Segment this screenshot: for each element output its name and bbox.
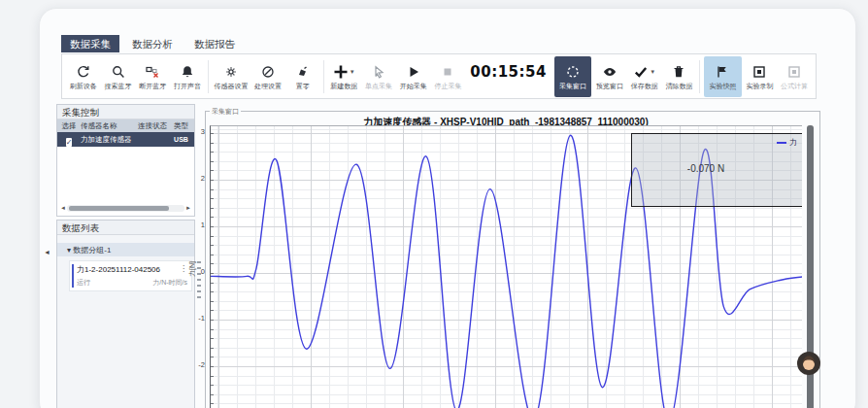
y-tick: 2 — [185, 174, 205, 183]
data-list-item[interactable]: 力1-2-20251112-042506 ⋮ 运行 力/N-时间/s — [69, 260, 192, 291]
sound-toggle-button[interactable]: 打开声音 — [171, 57, 204, 96]
zero-stamp-icon — [295, 64, 311, 80]
tab-data-report[interactable]: 数据报告 — [185, 35, 244, 52]
tab-data-collect[interactable]: 数据采集 — [61, 35, 119, 52]
dashed-circle-icon — [565, 64, 581, 80]
value-annotation: -0.070 N — [652, 163, 759, 174]
toolbar-label: 搜索蓝牙 — [105, 83, 132, 89]
collect-window-button[interactable]: 采集窗口 — [554, 56, 591, 97]
toolbar-label: 实验录制 — [746, 83, 773, 89]
chart-plot-area[interactable]: -0.070 N 力 — [210, 125, 802, 408]
trash-icon — [671, 64, 686, 80]
data-item-title: 力1-2-20251112-042506 — [77, 264, 160, 275]
plus-icon — [333, 64, 349, 80]
y-axis-label: 力[N] — [187, 261, 197, 277]
main-toolbar: 刷新设备 搜索蓝牙 断开蓝牙 打开声音 传感器设置 — [61, 53, 817, 99]
toolbar-label: 清除数据 — [665, 83, 692, 89]
y-tick: 3 — [185, 127, 205, 136]
toolbar-label: 实验快照 — [709, 83, 736, 89]
table-row[interactable]: ✓ 力加速度传感器 USB — [57, 132, 194, 147]
collection-timer: 00:15:54 — [470, 63, 547, 81]
toolbar-label: 传感器设置 — [214, 83, 248, 89]
chart-legend[interactable]: 力 — [777, 137, 797, 148]
y-tick: 1 — [185, 221, 205, 229]
item-accent-bar — [72, 264, 74, 288]
toolbar-label: 断开蓝牙 — [139, 83, 166, 89]
search-icon — [111, 64, 126, 80]
legend-series-label: 力 — [789, 137, 797, 148]
toolbar-label: 刷新设备 — [70, 83, 97, 89]
record-square-icon — [751, 64, 767, 80]
edit-circle-icon — [260, 64, 276, 80]
y-tick: -2 — [185, 360, 205, 369]
new-data-button[interactable]: ▼ 新建数据 — [327, 57, 360, 96]
data-item-axes: 力/N-时间/s — [152, 278, 187, 288]
formula-calc-button[interactable]: 公式计算 — [778, 57, 811, 96]
formula-square-icon — [786, 64, 802, 80]
experiment-snapshot-button[interactable]: 实验快照 — [704, 56, 741, 97]
sensor-name: 力加速度传感器 — [81, 135, 135, 145]
toolbar-separator — [208, 60, 209, 93]
scrollbar-thumb[interactable] — [69, 206, 169, 211]
play-icon — [406, 64, 421, 80]
tab-data-analysis[interactable]: 数据分析 — [123, 35, 182, 52]
stop-collect-button[interactable]: 停止采集 — [432, 57, 465, 96]
toolbar-label: 处理设置 — [254, 83, 282, 89]
data-group-row[interactable]: ▾ 数据分组-1 — [57, 243, 194, 256]
process-settings-button[interactable]: 处理设置 — [251, 57, 284, 96]
chevron-down-icon[interactable]: ▼ — [350, 69, 355, 75]
snapshot-flag-icon — [715, 64, 730, 80]
tab-bar: 数据采集 数据分析 数据报告 — [61, 35, 244, 52]
col-sensor-name: 传感器名称 — [81, 121, 135, 131]
eye-icon — [602, 64, 618, 80]
toolbar-label: 新建数据 — [330, 83, 357, 89]
clear-data-button[interactable]: 清除数据 — [663, 57, 696, 96]
single-point-collect-button[interactable]: 单点采集 — [362, 57, 395, 96]
preview-window-button[interactable]: 预览窗口 — [593, 57, 626, 96]
refresh-icon — [76, 64, 91, 80]
toolbar-separator — [699, 60, 700, 93]
data-item-status: 运行 — [77, 278, 90, 288]
data-list-panel: 数据列表 ▾ 数据分组-1 力1-2-20251112-042506 ⋮ 运行 … — [56, 220, 195, 408]
toolbar-label: 开始采集 — [400, 83, 427, 89]
sensor-checkbox[interactable]: ✓ — [66, 138, 73, 147]
start-collect-button[interactable]: 开始采集 — [397, 57, 430, 96]
zero-button[interactable]: 置零 — [286, 57, 319, 96]
toolbar-label: 单点采集 — [365, 83, 392, 89]
sensor-settings-button[interactable]: 传感器设置 — [213, 57, 250, 96]
check-icon — [633, 64, 649, 80]
toolbar-separator — [323, 60, 324, 93]
toolbar-label: 保存数据 — [631, 83, 658, 89]
refresh-device-button[interactable]: 刷新设备 — [67, 57, 100, 96]
bell-icon — [180, 64, 195, 80]
horizontal-scrollbar[interactable]: ◄ ► — [60, 204, 191, 213]
sensor-type: USB — [170, 136, 192, 143]
toolbar-label: 打开声音 — [174, 83, 201, 89]
scroll-left-icon[interactable]: ◄ — [60, 204, 66, 213]
toolbar-label: 预览窗口 — [596, 83, 623, 89]
stop-icon — [440, 64, 455, 80]
experiment-record-button[interactable]: 实验录制 — [744, 57, 777, 96]
pointer-icon — [371, 64, 386, 80]
disconnect-bluetooth-button[interactable]: 断开蓝牙 — [136, 57, 169, 96]
panel-title: 数据列表 — [57, 221, 194, 235]
panel-title: 采集控制 — [57, 105, 194, 119]
y-tick: -1 — [185, 314, 205, 323]
disconnect-icon — [145, 64, 160, 80]
chevron-down-icon[interactable]: ▼ — [650, 69, 655, 75]
toolbar-label: 置零 — [296, 83, 310, 89]
toolbar-label: 公式计算 — [781, 83, 808, 89]
toolbar-label: 停止采集 — [434, 83, 461, 89]
scroll-right-icon[interactable]: ► — [185, 204, 191, 213]
save-data-button[interactable]: ▼ 保存数据 — [628, 57, 661, 96]
legend-line-swatch — [777, 142, 786, 144]
toolbar-label: 采集窗口 — [559, 83, 586, 89]
col-status: 连接状态 — [135, 121, 170, 131]
assistant-avatar-button[interactable] — [796, 351, 821, 376]
search-bluetooth-button[interactable]: 搜索蓝牙 — [102, 57, 135, 96]
sensor-settings-icon — [223, 64, 239, 80]
sidebar-collapse-icon[interactable]: ◄ — [44, 249, 50, 255]
app-window: 数据采集 数据分析 数据报告 刷新设备 搜索蓝牙 断开蓝牙 — [39, 8, 856, 408]
col-select: 选择 — [57, 121, 81, 131]
collection-control-panel: 采集控制 选择 传感器名称 连接状态 类型 ✓ 力加速度传感器 USB ◄ ► — [56, 104, 195, 217]
